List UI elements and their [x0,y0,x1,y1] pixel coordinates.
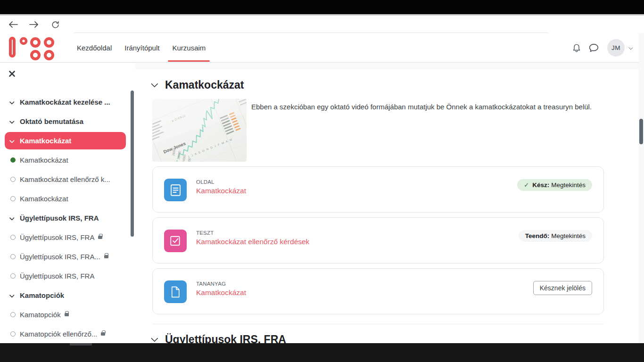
activity-type-label: TESZT [196,230,309,236]
sidebar-scrollbar-thumb[interactable] [131,90,134,237]
chevron-down-icon [9,215,15,220]
sidebar-section-oktato-bemutatasa[interactable]: Oktató bemutatása [0,112,135,131]
sidebar-item-kamatkockazat-done[interactable]: Kamatkockázat [0,150,135,170]
page-scrollbar-thumb[interactable] [639,119,643,144]
completion-dot-empty-icon [10,312,16,317]
completion-dot-empty-icon [10,331,16,337]
completion-badge-done[interactable]: ✓ Kész: Megtekintés [517,179,592,191]
primary-nav: Kezdőoldal Irányítópult Kurzusaim [77,33,206,62]
page-scrollbar-track[interactable] [638,33,644,343]
chevron-down-icon [9,99,15,104]
completion-dot-empty-icon [10,196,16,201]
activity-link-kamatkockazat-oldal[interactable]: Kamatkockázat [196,187,246,195]
file-activity-icon [164,280,187,303]
badge-status-bold: Kész: [532,181,549,189]
quiz-activity-icon [164,230,187,252]
sidebar-section-kamatkockazat-active[interactable]: Kamatkockázat [5,132,126,149]
badge-status-text: Megtekintés [551,181,586,189]
section-image-newspaper-chart: ▲ 25.876,12 Dow Jones 28000 26000 24000 … [152,99,247,162]
nav-item-home[interactable]: Kezdőoldal [77,33,112,62]
activity-card-tananyag: TANANYAG Kamatkockázat Késznek jelölés [152,268,604,314]
activity-type-label: OLDAL [196,179,246,185]
sidebar-item-kamatopciok-ellenorzo[interactable]: Kamatopciók ellenőrző... [0,324,135,343]
back-arrow-icon [8,21,18,28]
browser-forward-button[interactable] [28,20,40,29]
lock-icon [104,255,108,258]
bottom-black-bar [0,343,644,362]
horizontal-scrollbar-thumb [70,343,92,346]
section-collapse-chevron-icon[interactable] [151,80,158,88]
sidebar-section-kamatopciok[interactable]: Kamatopciók [0,286,135,305]
content-top-strip [135,63,638,69]
messages-chat-icon[interactable] [588,43,599,53]
completion-dot-empty-icon [10,235,16,240]
section-description: Ebben a szekcióban egy oktató videó form… [251,103,592,162]
check-icon: ✓ [524,181,529,189]
mark-done-button[interactable]: Késznek jelölés [533,281,592,295]
badge-status-text: Megtekintés [551,232,586,239]
course-index-drawer: Kamatkockázat kezelése ... Oktató bemuta… [0,63,135,343]
sidebar-item-kamatopciok-1[interactable]: Kamatopciók [0,305,135,324]
chevron-down-icon [9,118,15,123]
refresh-icon [51,20,60,29]
completion-dot-filled-icon [10,157,16,163]
completion-dot-empty-icon [10,254,16,259]
close-drawer-icon[interactable] [8,70,16,77]
user-menu-caret-icon[interactable] [629,43,633,51]
sidebar-item-ugylettipusok-3[interactable]: Ügylettípusok IRS, FRA [0,266,135,286]
sidebar-section-ugylettipusok[interactable]: Ügylettípusok IRS, FRA [0,208,135,228]
user-avatar[interactable]: JM [607,39,625,57]
activity-type-label: TANANYAG [196,281,246,287]
section-collapse-chevron-icon[interactable] [151,335,158,342]
sidebar-section-kamatkockazat-kezelese[interactable]: Kamatkockázat kezelése ... [0,92,135,112]
activity-link-ellenorzo-kerdesek[interactable]: Kamatkockázat ellenőrző kérdések [196,238,309,246]
section-divider [152,324,604,324]
page-activity-icon [164,179,187,201]
completion-dot-empty-icon [10,273,16,279]
browser-toolbar: A [0,16,644,33]
badge-status-bold: Teendő: [525,232,550,239]
site-logo[interactable] [7,35,58,61]
lock-icon [98,236,102,239]
lock-icon [65,313,69,316]
chevron-down-icon [9,138,15,143]
browser-refresh-button[interactable] [50,20,61,29]
browser-back-button[interactable] [8,20,19,29]
top-black-bar [0,0,644,14]
nav-item-dashboard[interactable]: Irányítópult [124,33,159,62]
sidebar-item-kamatkockazat-ellenorzo[interactable]: Kamatkockázat ellenőrző k... [0,170,135,189]
lock-icon [101,332,105,336]
forward-arrow-icon [29,21,39,28]
next-section-title: Ügylettípusok IRS, FRA [165,332,286,343]
completion-dot-empty-icon [10,177,16,182]
completion-badge-todo[interactable]: Teendő: Megtekintés [519,230,592,242]
app-header: Kezdőoldal Irányítópult Kurzusaim JM [0,33,644,63]
section-title: Kamatkockázat [165,78,244,92]
header-right-cluster: JM [572,33,633,62]
main-content: Kamatkockázat [135,63,638,343]
nav-item-my-courses[interactable]: Kurzusaim [172,33,206,62]
activity-card-teszt: TESZT Kamatkockázat ellenőrző kérdések T… [152,217,604,263]
notifications-bell-icon[interactable] [572,42,581,53]
sidebar-item-ugylettipusok-1[interactable]: Ügylettípusok IRS, FRA [0,228,135,247]
sidebar-item-ugylettipusok-2[interactable]: Ügylettípusok IRS, FRA... [0,247,135,266]
sidebar-item-kamatkockazat-2[interactable]: Kamatkockázat [0,189,135,208]
activity-link-kamatkockazat-tananyag[interactable]: Kamatkockázat [196,288,246,297]
course-index-list: Kamatkockázat kezelése ... Oktató bemuta… [0,92,135,343]
activity-card-oldal: OLDAL Kamatkockázat ✓ Kész: Megtekintés [152,166,604,213]
chevron-down-icon [9,292,15,297]
